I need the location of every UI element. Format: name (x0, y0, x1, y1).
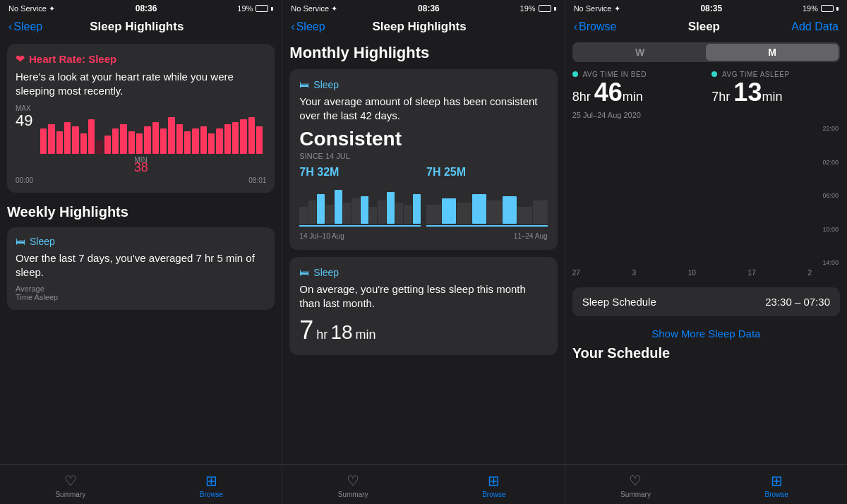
weekly-card: 🛏 Sleep Over the last 7 days, you've ave… (7, 227, 275, 310)
x-tick-3: 17 (748, 269, 756, 277)
p1-content: ❤ Heart Rate: Sleep Here's a look at you… (0, 38, 282, 310)
avg-in-bed-dot (572, 71, 578, 77)
heart-icon: ❤ (16, 52, 25, 66)
nav-bar-1: ‹ Sleep Sleep Highlights (0, 17, 282, 38)
nav-action-3[interactable]: Add Data (791, 20, 839, 33)
hr-chart-area: MAX 49 (16, 104, 266, 175)
mc2-hr-unit: hr (316, 328, 328, 342)
avg-in-bed-label: AVG TIME IN BED (572, 71, 701, 78)
tab-bar-1: ♡ Summary ⊞ Browse (0, 464, 282, 504)
hr-card-desc: Here's a look at your heart rate while y… (16, 70, 266, 97)
cons-bars-1 (299, 181, 421, 224)
monthly-card1-header: 🛏 Sleep (299, 79, 547, 90)
in-bed-hr-unit: hr (579, 90, 594, 104)
nav-back-3[interactable]: ‹ Browse (574, 20, 617, 33)
battery-pct-2: 19% (520, 4, 536, 13)
hr-card-header: ❤ Heart Rate: Sleep (16, 52, 266, 66)
status-bar-3: No Service ✦ 08:35 19% (565, 0, 847, 17)
monthly-title: Monthly Highlights (289, 44, 557, 62)
cons-line-1 (299, 225, 421, 227)
wm-toggle: W M (572, 42, 840, 62)
avg-label-1: Average (16, 284, 266, 293)
battery-cap-3 (836, 7, 839, 11)
nav-back-1[interactable]: ‹ Sleep (8, 20, 42, 33)
cons-val-2: 7H 25M (426, 166, 548, 179)
nav-bar-3: ‹ Browse Sleep Add Data (565, 17, 847, 38)
nav-back-2[interactable]: ‹ Sleep (291, 20, 325, 33)
toggle-m[interactable]: M (706, 44, 839, 61)
schedule-label: Sleep Schedule (582, 296, 656, 308)
tab-summary-2[interactable]: ♡ Summary (282, 469, 424, 501)
show-more-btn[interactable]: Show More Sleep Data (572, 322, 840, 345)
panel-2: No Service ✦ 08:36 19% ‹ Sleep Sleep Hig… (282, 0, 565, 504)
cons-section-2: 7H 25M (426, 166, 548, 227)
battery-icon-3 (821, 5, 834, 12)
avg-label-2: Time Asleep (16, 293, 266, 301)
weekly-card-header: 🛏 Sleep (16, 236, 266, 247)
panel-1: No Service ✦ 08:36 19% ‹ Sleep Sleep Hig… (0, 0, 282, 504)
tab-browse-3[interactable]: ⊞ Browse (706, 469, 847, 501)
mc2-min-unit: min (356, 328, 376, 342)
cons-line-2 (426, 225, 548, 227)
weekly-title: Weekly Highlights (7, 204, 275, 220)
asleep-hr-unit: hr (719, 90, 733, 104)
avg-asleep-block: AVG TIME ASLEEP 7hr 13min (711, 71, 840, 105)
hr-min-val: 38 (134, 160, 148, 175)
tab-summary-1[interactable]: ♡ Summary (0, 469, 141, 501)
bed-icon-m2: 🛏 (299, 267, 309, 278)
cons-val-1: 7H 32M (299, 166, 421, 179)
avg-in-bed-block: AVG TIME IN BED 8hr 46min (572, 71, 701, 105)
back-chevron-3: ‹ (574, 20, 577, 33)
x-tick-2: 10 (688, 269, 696, 277)
weekly-card-body: Over the last 7 days, you've averaged 7 … (16, 251, 266, 279)
monthly-card2-body: On average, you're getting less sleep th… (299, 282, 547, 310)
p3-content: W M AVG TIME IN BED 8hr 46min AVG TIME A… (565, 38, 847, 361)
time-tick-1: 02:00 (812, 159, 840, 166)
x-tick-1: 3 (632, 269, 636, 277)
toggle-w[interactable]: W (574, 44, 707, 61)
status-right-3: 19% (803, 4, 839, 13)
tab-browse-2[interactable]: ⊞ Browse (424, 469, 565, 501)
nav-back-label-2[interactable]: Sleep (296, 20, 325, 33)
nav-back-label-3[interactable]: Browse (579, 20, 616, 33)
browse-grid-icon-3: ⊞ (771, 472, 783, 489)
monthly-card-2: 🛏 Sleep On average, you're getting less … (289, 257, 557, 355)
sleep-chart: 22:00 02:00 06:00 10:00 14:00 27 3 10 17… (572, 125, 840, 280)
browse-grid-icon-1: ⊞ (205, 472, 217, 489)
avg-date-range: 25 Jul–24 Aug 2020 (572, 111, 840, 119)
monthly-card1-title: Sleep (313, 79, 339, 90)
status-bar-2: No Service ✦ 08:36 19% (282, 0, 564, 17)
sleep-chart-bars (572, 125, 640, 266)
cons-date-row: 14 Jul–10 Aug 11–24 Aug (299, 232, 547, 240)
tab-browse-label-1: Browse (200, 491, 223, 498)
tab-summary-label-1: Summary (55, 491, 85, 498)
p2-content: Monthly Highlights 🛏 Sleep Your average … (282, 38, 564, 362)
hr-card-title: Heart Rate: Sleep (29, 53, 116, 65)
bed-icon-m1: 🛏 (299, 79, 309, 90)
heart-rate-card: ❤ Heart Rate: Sleep Here's a look at you… (7, 44, 275, 193)
battery-pct-1: 19% (237, 4, 253, 13)
nav-back-label-1[interactable]: Sleep (13, 20, 42, 33)
sleep-schedule-row: Sleep Schedule 23:30 – 07:30 (572, 287, 840, 316)
battery-pct-3: 19% (803, 4, 818, 13)
panel-3: No Service ✦ 08:35 19% ‹ Browse Sleep Ad… (565, 0, 847, 504)
your-schedule-title: Your Schedule (572, 345, 840, 361)
in-bed-min: 46 (594, 78, 623, 107)
back-chevron-2: ‹ (291, 20, 294, 33)
status-right-1: 19% (237, 4, 273, 13)
bed-icon-weekly: 🛏 (16, 236, 25, 247)
browse-grid-icon-2: ⊞ (488, 472, 500, 489)
tab-summary-3[interactable]: ♡ Summary (565, 469, 707, 501)
tab-browse-1[interactable]: ⊞ Browse (141, 469, 282, 501)
weekly-card-title: Sleep (30, 236, 55, 247)
cons-bars-2 (426, 181, 548, 224)
time-tick-3: 10:00 (812, 226, 840, 233)
avg-asleep-val: 7hr 13min (711, 80, 840, 105)
monthly-card-1: 🛏 Sleep Your average amount of sleep has… (289, 69, 557, 250)
monthly-card1-body: Your average amount of sleep has been co… (299, 95, 547, 122)
summary-heart-icon-2: ♡ (347, 472, 359, 489)
status-left-3: No Service ✦ (574, 4, 620, 13)
avg-asleep-dot (711, 71, 717, 77)
hr-max-val: 49 (16, 112, 32, 130)
monthly-card2-title: Sleep (313, 267, 339, 278)
